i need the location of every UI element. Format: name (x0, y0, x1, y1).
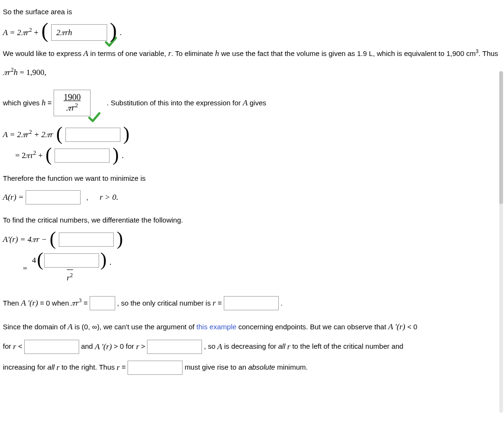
check-icon (88, 111, 101, 124)
eq-lhs: = 2𝜋r2 + (15, 149, 43, 162)
eq-A-substituted-1: A = 2𝜋r2 + 2𝜋r ( ) (3, 128, 501, 142)
page-root: So the surface area is A = 2𝜋r2 + ( 2𝜋rh… (0, 0, 504, 437)
text: which gives h = (3, 97, 52, 109)
eq-A-substituted-2: = 2𝜋r2 + ( ) . (15, 149, 501, 163)
comma: , (86, 192, 88, 203)
text: . Substitution of this into the expressi… (107, 97, 266, 109)
eq-A-prime-1: A'(r) = 4𝜋r − ( ) (3, 232, 501, 247)
eq-h-solution: which gives h = 1900 𝜋r2 . Substitution … (3, 90, 501, 116)
period: . (110, 256, 111, 269)
answer-input-11[interactable] (147, 340, 202, 354)
since-line: Since the domain of A is (0, ∞), we can'… (3, 321, 501, 333)
eq-A-prime-2: = 4 ( ) r2 . (23, 253, 501, 284)
period: . (122, 149, 124, 162)
then-line: Then A ′(r) = 0 when 𝜋r3 = , so the only… (3, 296, 501, 310)
this-example-link[interactable]: this example (196, 323, 236, 331)
eq-volume-constraint: 𝜋r2h = 1,900, (3, 66, 501, 79)
answer-input-8[interactable] (90, 296, 115, 310)
equals: = (23, 262, 27, 275)
condition: r > 0. (100, 191, 118, 204)
eq-lhs: A = 2𝜋r2 + 2𝜋r (3, 129, 53, 141)
eq-lhs: A(r) = (3, 191, 24, 204)
fraction: 4 ( ) r2 (32, 253, 108, 284)
eq-lhs: A = 2𝜋r2 + (3, 27, 38, 39)
scrollbar-thumb[interactable] (499, 71, 503, 204)
correct-answer-2-wrapper: 1900 𝜋r2 (54, 90, 91, 116)
paragraph-eliminate-h: We would like to express A in terms of o… (3, 47, 501, 60)
eq-lhs: A'(r) = 4𝜋r − (3, 233, 47, 246)
correct-answer-1-wrapper: 2𝜋rh (51, 24, 107, 41)
eq-surface-area: A = 2𝜋r2 + ( 2𝜋rh ) . (3, 24, 501, 41)
vertical-scrollbar[interactable] (499, 71, 503, 413)
answer-input-6[interactable] (59, 232, 114, 247)
answer-input-7[interactable] (44, 253, 99, 268)
for-line: for r < and A ′(r) > 0 for r > , so A is… (3, 340, 501, 354)
answer-input-5[interactable] (26, 190, 81, 205)
answer-input-4[interactable] (55, 149, 110, 163)
increasing-line: increasing for all r to the right. Thus … (3, 361, 501, 375)
therefore-text: Therefore the function we want to minimi… (3, 173, 501, 184)
eq-A-of-r: A(r) = , r > 0. (3, 190, 501, 205)
text: So the surface area is (3, 8, 72, 16)
four: 4 (32, 254, 37, 267)
answer-input-3[interactable] (65, 128, 120, 142)
answer-box-2[interactable]: 1900 𝜋r2 (54, 90, 91, 116)
intro-text-1: So the surface area is (3, 7, 501, 18)
critical-numbers-text: To find the critical numbers, we differe… (3, 215, 501, 226)
answer-input-12[interactable] (128, 361, 183, 375)
answer-input-9[interactable] (224, 296, 279, 310)
answer-input-10[interactable] (24, 340, 79, 354)
answer-box-1[interactable]: 2𝜋rh (51, 24, 107, 41)
period: . (119, 27, 121, 39)
